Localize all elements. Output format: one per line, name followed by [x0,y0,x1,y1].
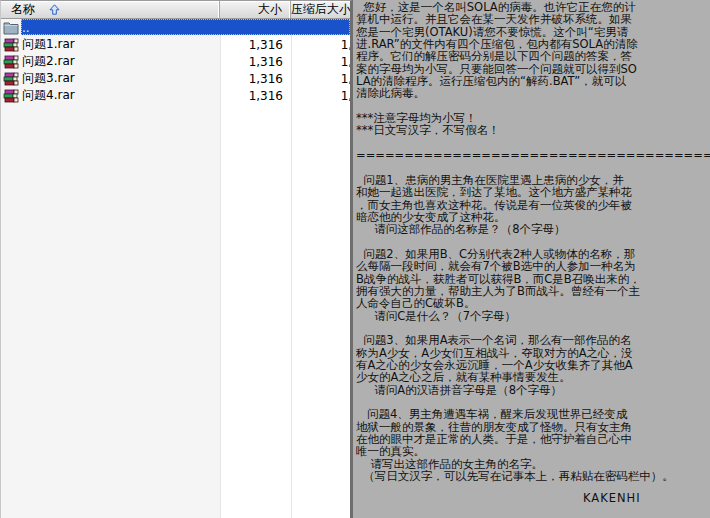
file-compressed-size: 1,316 [291,72,350,86]
list-header: 名称 大小 压缩后大小 [1,1,350,19]
file-list-panel: 名称 大小 压缩后大小 [0,0,353,518]
file-row-4[interactable]: 问题4.rar 1,316 1,316 [1,87,350,104]
column-header-compressed[interactable]: 压缩后大小 [291,1,350,18]
file-name: 问题1.rar [19,36,75,53]
file-name: 问题4.rar [19,87,75,104]
file-size: 1,316 [220,72,291,86]
file-name: 问题3.rar [19,70,75,87]
column-header-size-label: 大小 [258,1,282,18]
selection-highlight [21,19,350,35]
file-name: .. [19,21,30,35]
file-compressed-size: 1,316 [291,55,350,69]
column-header-compressed-label: 压缩后大小 [291,1,350,18]
rar-archive-icon [3,72,19,86]
file-rows: .. 问题1.rar 1,316 1,316 [1,19,350,104]
file-name: 问题2.rar [19,53,75,70]
column-header-size[interactable]: 大小 [220,1,291,18]
file-row-3[interactable]: 问题3.rar 1,316 1,316 [1,70,350,87]
signature-text: KAKENHI [583,491,641,505]
archive-window: 名称 大小 压缩后大小 [0,0,710,518]
file-size: 1,316 [220,89,291,103]
file-row-2[interactable]: 问题2.rar 1,316 1,316 [1,53,350,70]
file-size: 1,316 [220,55,291,69]
readme-text: 您好，这是一个名叫SOLA的病毒。也许它正在您的计 算机中运行。并且它会在某一天… [356,1,710,482]
file-compressed-size: 1,316 [291,89,350,103]
folder-up-icon [3,21,19,35]
column-header-name-label: 名称 [11,1,35,18]
file-row-1[interactable]: 问题1.rar 1,316 1,316 [1,36,350,53]
rar-archive-icon [3,55,19,69]
rar-archive-icon [3,89,19,103]
rar-archive-icon [3,38,19,52]
column-header-name[interactable]: 名称 [1,1,220,18]
sort-ascending-icon [49,4,60,15]
parent-directory-row[interactable]: .. [1,19,350,36]
file-size: 1,316 [220,38,291,52]
file-compressed-size: 1,316 [291,38,350,52]
archive-comment-panel: 您好，这是一个名叫SOLA的病毒。也许它正在您的计 算机中运行。并且它会在某一天… [353,0,710,518]
